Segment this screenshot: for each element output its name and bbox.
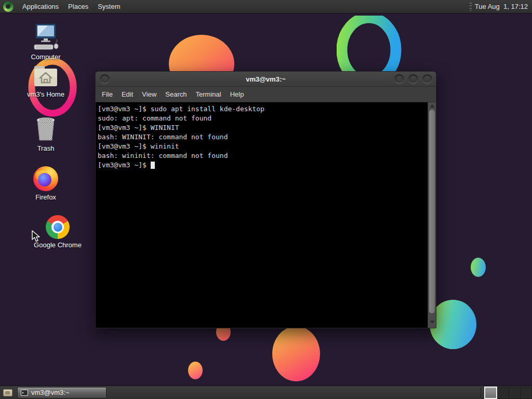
- terminal-prompt-line: [vm3@vm3 ~]$: [98, 161, 427, 170]
- desktop-icon-label: Firefox: [35, 193, 56, 201]
- show-desktop-button[interactable]: [2, 387, 14, 398]
- terminal-line: [vm3@vm3 ~]$ WININIT: [98, 123, 427, 132]
- menu-places[interactable]: Places: [63, 1, 93, 12]
- terminal-window: vm3@vm3:~ File Edit View Search Terminal…: [95, 71, 436, 328]
- workspace-1[interactable]: [484, 387, 497, 399]
- desktop-icon-label: Computer: [31, 53, 60, 61]
- scrollbar-thumb[interactable]: [429, 110, 435, 313]
- panel-drag-handle[interactable]: [470, 3, 472, 11]
- menu-edit[interactable]: Edit: [122, 90, 133, 98]
- desktop-icon-home[interactable]: vm3's Home: [21, 64, 71, 98]
- wallpaper-blob-orange-bottom: [272, 326, 320, 381]
- minimize-button[interactable]: [394, 74, 404, 84]
- distro-logo-icon[interactable]: [3, 2, 14, 12]
- terminal-titlebar[interactable]: vm3@vm3:~: [96, 72, 436, 87]
- clock[interactable]: Tue Aug 1, 17:12: [475, 3, 528, 10]
- menu-terminal[interactable]: Terminal: [196, 90, 221, 98]
- desktop-icon-label: Trash: [37, 144, 55, 152]
- bottom-panel: vm3@vm3:~: [0, 385, 532, 399]
- menu-system[interactable]: System: [93, 1, 125, 12]
- menu-help[interactable]: Help: [230, 90, 244, 98]
- desktop-icon-firefox[interactable]: Firefox: [21, 166, 71, 201]
- workspace-3[interactable]: [509, 387, 520, 399]
- trash-icon: [34, 116, 58, 142]
- desktop-icon-label: vm3's Home: [27, 90, 64, 98]
- terminal-line: bash: wininit: command not found: [98, 151, 427, 161]
- workspace-switcher: [484, 387, 532, 399]
- terminal-line: bash: WININIT: command not found: [98, 132, 427, 142]
- computer-icon: [32, 23, 59, 51]
- terminal-line: [vm3@vm3 ~]$ wininit: [98, 142, 427, 151]
- terminal-scrollbar[interactable]: [428, 102, 436, 328]
- taskbar-window-label: vm3@vm3:~: [31, 389, 70, 396]
- maximize-button[interactable]: [408, 74, 418, 84]
- menu-search[interactable]: Search: [165, 90, 187, 98]
- close-button[interactable]: [422, 74, 432, 84]
- terminal-app-icon: [21, 390, 28, 396]
- taskbar-separator: [481, 388, 481, 398]
- terminal-line: [vm3@vm3 ~]$ sudo apt install kde-deskto…: [98, 104, 427, 114]
- menu-applications[interactable]: Applications: [18, 1, 63, 12]
- window-title: vm3@vm3:~: [96, 75, 436, 83]
- wallpaper-blob-orange-small-2: [188, 362, 203, 379]
- terminal-line: sudo: apt: command not found: [98, 114, 427, 123]
- terminal-cursor: [151, 162, 155, 169]
- top-panel: Applications Places System Tue Aug 1, 17…: [0, 0, 532, 14]
- scroll-up-arrow[interactable]: [430, 104, 435, 108]
- wallpaper-blob-cyan-small: [471, 258, 486, 277]
- taskbar-window-button[interactable]: vm3@vm3:~: [17, 387, 107, 398]
- mouse-cursor: [32, 230, 42, 243]
- workspace-2[interactable]: [497, 387, 509, 399]
- desktop-icon-trash[interactable]: Trash: [21, 116, 71, 152]
- menu-file[interactable]: File: [102, 90, 113, 98]
- scroll-down-arrow[interactable]: [430, 321, 435, 324]
- terminal-menubar: File Edit View Search Terminal Help: [96, 87, 436, 102]
- firefox-icon: [33, 166, 58, 191]
- home-folder-icon: [33, 64, 59, 88]
- menu-view[interactable]: View: [142, 90, 156, 98]
- workspace-4[interactable]: [520, 387, 532, 399]
- desktop-icon-computer[interactable]: Computer: [21, 23, 71, 61]
- wallpaper-blob-greenblue: [430, 300, 476, 349]
- terminal-screen[interactable]: [vm3@vm3 ~]$ sudo apt install kde-deskto…: [96, 102, 428, 328]
- chrome-icon: [46, 215, 70, 239]
- show-desktop-icon: [3, 389, 12, 396]
